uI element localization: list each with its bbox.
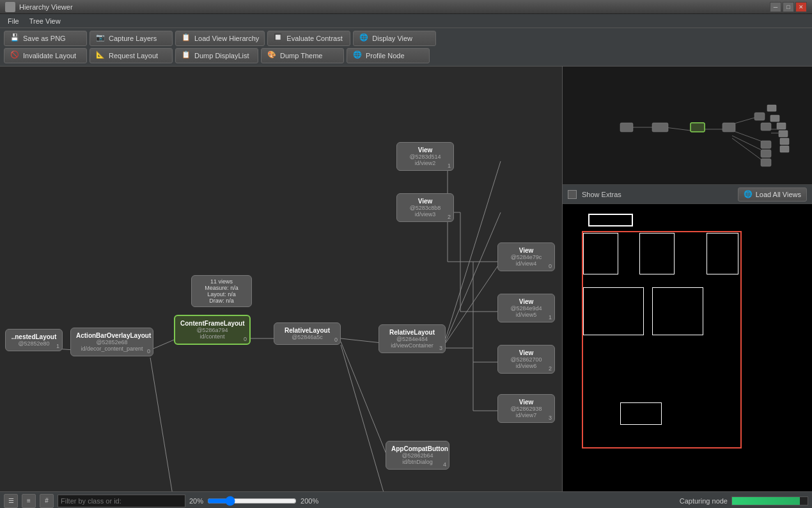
capture-icon: 📷 [95, 33, 105, 44]
contrast-icon: 🔲 [273, 33, 283, 44]
profile-node-button[interactable]: 🌐 Profile Node [347, 48, 430, 63]
menubar: File Tree View [0, 14, 812, 28]
preview-rect-mid-2 [652, 287, 703, 335]
load-view-hierarchy-button[interactable]: 📋 Load View Hierarchy [175, 31, 265, 46]
right-panel: Show Extras 🌐 Load All Views [563, 67, 812, 491]
filter-input[interactable] [58, 495, 185, 507]
main-area: ..nestedLayout @52852e80 1 ActionBarOver… [0, 67, 812, 491]
svg-line-9 [446, 262, 501, 343]
svg-line-1 [150, 338, 177, 350]
node-view4[interactable]: View @5284e9d4 id/view5 1 [497, 294, 555, 322]
list-view-button[interactable]: ☰ [4, 494, 18, 508]
show-extras-checkbox[interactable] [568, 190, 577, 199]
svg-rect-36 [761, 159, 771, 166]
svg-rect-35 [761, 150, 771, 157]
node-actionbar-overlay[interactable]: ActionBarOverlayLayout @52852e68 id/deco… [70, 328, 153, 356]
node-view3[interactable]: View @5284e79c id/view4 0 [497, 242, 555, 271]
capture-layers-button[interactable]: 📷 Capture Layers [90, 31, 173, 46]
node-content-frame[interactable]: ContentFrameLayout @5286a794 id/content … [174, 315, 251, 345]
svg-rect-40 [777, 123, 786, 129]
show-extras-label: Show Extras [582, 191, 621, 198]
toolbar-row-2: 🚫 Invalidate Layout 📐 Request Layout 📋 D… [4, 48, 808, 63]
node-view6[interactable]: View @52862938 id/view7 3 [497, 394, 555, 423]
svg-line-27 [732, 138, 761, 159]
node-info-box: 11 views Measure: n/a Layout: n/a Draw: … [191, 275, 252, 307]
svg-line-6 [341, 345, 389, 491]
menu-treeview[interactable]: Tree View [24, 16, 66, 26]
svg-rect-41 [779, 131, 788, 137]
connection-lines [0, 67, 562, 491]
save-png-button[interactable]: 💾 Save as PNG [4, 31, 87, 46]
options-bar: Show Extras 🌐 Load All Views [563, 185, 812, 204]
node-view2[interactable]: View @5283c8b8 id/view3 2 [396, 193, 454, 222]
evaluate-contrast-button[interactable]: 🔲 Evaluate Contrast [267, 31, 350, 46]
zoom-slider[interactable] [207, 496, 297, 506]
svg-line-2 [150, 358, 176, 491]
svg-rect-39 [770, 115, 779, 122]
invalidate-layout-button[interactable]: 🚫 Invalidate Layout [4, 48, 87, 63]
node-appcompat-btn[interactable]: AppCompatButton @52862b64 id/btnDialog 4 [386, 441, 449, 470]
svg-line-8 [446, 212, 501, 342]
svg-rect-42 [780, 138, 789, 145]
node-nestedlayout[interactable]: ..nestedLayout @52852e80 1 [5, 329, 63, 351]
load-all-views-button[interactable]: 🌐 Load All Views [738, 187, 807, 202]
preview-rect-1 [588, 214, 633, 226]
request-icon: 📐 [95, 51, 105, 61]
save-icon: 💾 [10, 33, 20, 44]
display-icon: 🌐 [359, 33, 369, 44]
minimap-svg [563, 67, 812, 184]
tree-view-area[interactable]: ..nestedLayout @52852e80 1 ActionBarOver… [0, 67, 563, 491]
svg-rect-43 [780, 146, 789, 152]
zoom-max-label: 200% [301, 497, 318, 505]
minimize-button[interactable]: ─ [770, 2, 781, 12]
app-icon [5, 2, 15, 12]
svg-line-22 [665, 127, 691, 131]
preview-rect-inner-2 [639, 233, 675, 274]
node-relative-layout2[interactable]: RelativeLayout @5284e484 id/viewContaine… [379, 324, 446, 353]
toolbar: 💾 Save as PNG 📷 Capture Layers 📋 Load Vi… [0, 28, 812, 67]
profile-icon: 🌐 [352, 51, 363, 61]
capturing-label: Capturing node [680, 497, 728, 505]
close-button[interactable]: ✕ [795, 2, 807, 12]
preview-rect-bottom [620, 402, 662, 425]
preview-rect-mid-1 [583, 287, 644, 335]
maximize-button[interactable]: □ [783, 2, 794, 12]
progress-fill [732, 497, 800, 505]
statusbar: ☰ ≡ # 20% 200% Capturing node [0, 491, 812, 508]
dump-dl-icon: 📋 [181, 51, 191, 61]
svg-rect-29 [652, 123, 668, 132]
svg-rect-33 [761, 123, 771, 131]
request-layout-button[interactable]: 📐 Request Layout [90, 48, 173, 63]
grid-view-button[interactable]: # [40, 494, 54, 508]
preview-rect-inner-3 [707, 233, 738, 274]
menu-file[interactable]: File [3, 16, 24, 26]
svg-rect-38 [767, 105, 776, 111]
window-controls: ─ □ ✕ [770, 2, 807, 12]
load-icon: 📋 [181, 33, 191, 44]
svg-line-26 [732, 136, 761, 150]
svg-rect-37 [691, 123, 705, 132]
node-view1[interactable]: View @5283d514 id/view2 1 [396, 142, 454, 171]
invalidate-icon: 🚫 [10, 51, 20, 61]
dump-displaylist-button[interactable]: 📋 Dump DisplayList [175, 48, 258, 63]
toolbar-row-1: 💾 Save as PNG 📷 Capture Layers 📋 Load Vi… [4, 31, 808, 46]
svg-line-7 [446, 161, 501, 338]
titlebar: Hierarchy Viewer ─ □ ✕ [0, 0, 812, 14]
svg-rect-31 [722, 123, 735, 132]
zoom-min-label: 20% [189, 497, 203, 505]
flat-view-button[interactable]: ≡ [22, 494, 36, 508]
globe-icon: 🌐 [744, 190, 753, 198]
window-title: Hierarchy Viewer [19, 3, 770, 11]
svg-line-24 [732, 118, 754, 124]
svg-rect-34 [761, 141, 771, 148]
view-preview[interactable] [563, 204, 812, 491]
svg-line-5 [341, 342, 389, 460]
svg-rect-32 [754, 113, 765, 120]
minimap[interactable] [563, 67, 812, 185]
preview-rect-inner-1 [583, 233, 618, 274]
node-relative-layout1[interactable]: RelativeLayout @52846a5c 0 [274, 322, 341, 345]
display-view-button[interactable]: 🌐 Display View [353, 31, 436, 46]
progress-bar [731, 496, 808, 505]
node-view5[interactable]: View @52862700 id/view6 2 [497, 345, 555, 374]
dump-theme-button[interactable]: 🎨 Dump Theme [261, 48, 344, 63]
